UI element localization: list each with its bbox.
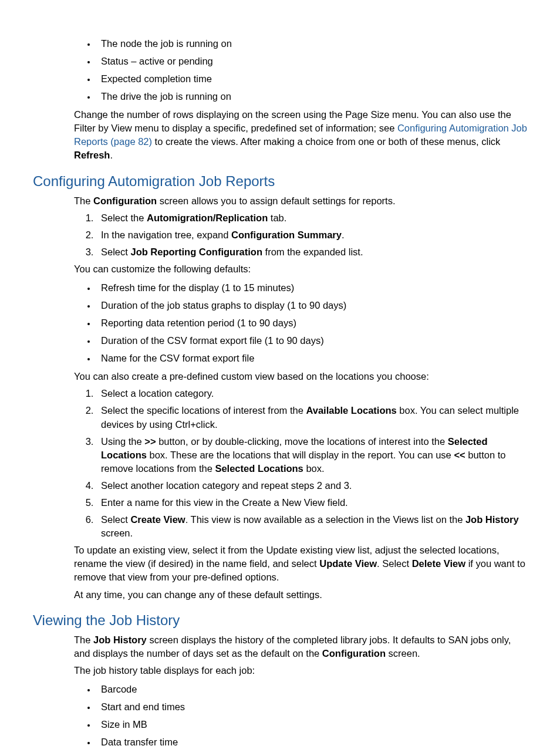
- list-item: Name for the CSV format export file: [96, 350, 527, 366]
- list-item: The drive the job is running on: [96, 88, 527, 104]
- steps-list-1: Select the Automigration/Replication tab…: [74, 211, 527, 259]
- document-page: The node the job is running on Status – …: [0, 0, 560, 746]
- bold-text: Available Locations: [306, 405, 396, 416]
- list-item: Select the Automigration/Replication tab…: [96, 211, 527, 225]
- list-item: Duration of the CSV format export file (…: [96, 332, 527, 349]
- section-2-body: The Job History screen displays the hist…: [74, 633, 527, 746]
- text: button, or by double-clicking, move the …: [156, 436, 448, 447]
- text: from the expanded list.: [262, 247, 363, 257]
- text: to create the views. After making a choi…: [152, 136, 500, 147]
- text: box. These are the locations that will d…: [147, 450, 454, 460]
- text: Using the: [101, 436, 144, 447]
- bold-text: Create View: [130, 514, 185, 525]
- text: tab.: [268, 212, 286, 223]
- list-item: Expected completion time: [96, 70, 527, 87]
- list-item: Reporting data retention period (1 to 90…: [96, 315, 527, 331]
- text: Select: [101, 514, 130, 525]
- bold-text: Job History: [93, 634, 147, 645]
- list-item: Barcode: [96, 681, 527, 697]
- heading-configuring-automigration: Configuring Automigration Job Reports: [33, 173, 527, 190]
- steps-list-2: Select a location category. Select the s…: [74, 387, 527, 540]
- list-item: Status – active or pending: [96, 53, 527, 69]
- list-item: Select a location category.: [96, 387, 527, 400]
- paragraph: At any time, you can change any of these…: [74, 588, 527, 602]
- list-item: Size in MB: [96, 716, 527, 733]
- list-item: Duration of the job status graphs to dis…: [96, 297, 527, 313]
- bold-text: Delete View: [412, 558, 465, 569]
- bold-text: Configuration: [322, 648, 386, 659]
- defaults-list: Refresh time for the display (1 to 15 mi…: [74, 279, 527, 366]
- text: screen allows you to assign default sett…: [157, 195, 395, 206]
- bold-text: Job Reporting Configuration: [130, 247, 262, 257]
- list-item: Refresh time for the display (1 to 15 mi…: [96, 279, 527, 296]
- bold-text: <<: [454, 450, 465, 460]
- bold-text: Job History: [465, 514, 519, 525]
- bold-text: Selected Locations: [215, 463, 303, 474]
- text: . This view is now available as a select…: [185, 514, 465, 525]
- paragraph: To update an existing view, select it fr…: [74, 544, 527, 584]
- list-item: Select Job Reporting Configuration from …: [96, 245, 527, 259]
- heading-viewing-job-history: Viewing the Job History: [33, 612, 527, 629]
- text: Select the specific locations of interes…: [101, 405, 306, 416]
- paragraph: The Job History screen displays the hist…: [74, 633, 527, 660]
- text: The: [74, 634, 93, 645]
- intro-bullet-list: The node the job is running on Status – …: [74, 35, 527, 104]
- list-item: Using the >> button, or by double-clicki…: [96, 435, 527, 475]
- bold-text: Configuration: [93, 195, 157, 206]
- list-item: Select the specific locations of interes…: [96, 404, 527, 431]
- bold-text: Update View: [319, 558, 377, 569]
- bold-text: Refresh: [74, 150, 110, 160]
- list-item: The node the job is running on: [96, 35, 527, 52]
- list-item: Select Create View. This view is now ava…: [96, 513, 527, 540]
- paragraph: You can also create a pre-defined custom…: [74, 370, 527, 383]
- text: .: [342, 229, 345, 240]
- bold-text: >>: [144, 436, 156, 447]
- list-item: In the navigation tree, expand Configura…: [96, 228, 527, 242]
- text: . Select: [377, 558, 412, 569]
- job-history-bullets: Barcode Start and end times Size in MB D…: [74, 681, 527, 746]
- list-item: Enter a name for this view in the Create…: [96, 496, 527, 509]
- intro-block: The node the job is running on Status – …: [74, 35, 527, 163]
- text: In the navigation tree, expand: [101, 229, 231, 240]
- paragraph: The Configuration screen allows you to a…: [74, 194, 527, 208]
- paragraph: You can customize the following defaults…: [74, 262, 527, 276]
- bold-text: Automigration/Replication: [147, 212, 268, 223]
- list-item: Start and end times: [96, 698, 527, 715]
- text: box.: [303, 463, 325, 474]
- text: .: [110, 150, 113, 160]
- bold-text: Configuration Summary: [231, 229, 342, 240]
- list-item: Data transfer time: [96, 734, 527, 746]
- list-item: Select another location category and rep…: [96, 479, 527, 492]
- section-1-body: The Configuration screen allows you to a…: [74, 194, 527, 602]
- paragraph: The job history table displays for each …: [74, 664, 527, 677]
- intro-paragraph: Change the number of rows displaying on …: [74, 108, 527, 162]
- text: screen.: [101, 528, 133, 538]
- text: screen.: [386, 648, 420, 659]
- text: The: [74, 195, 93, 206]
- text: Select: [101, 247, 130, 257]
- text: Select the: [101, 212, 147, 223]
